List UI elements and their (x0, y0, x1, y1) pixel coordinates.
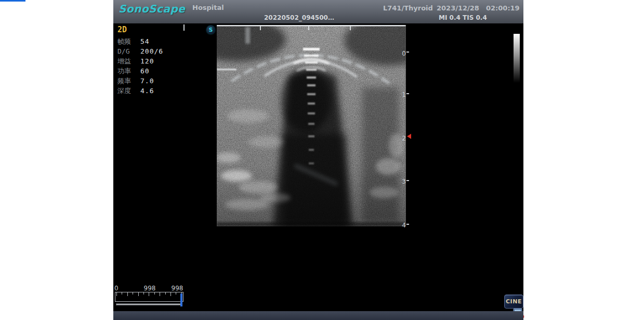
param-value: 60 (140, 67, 150, 75)
cine-ruler[interactable] (115, 292, 183, 302)
param-row-dg: D/G 200/6 (117, 46, 163, 56)
ruler-tick (143, 292, 144, 295)
focus-position-marker[interactable] (407, 134, 411, 139)
param-value: 7.0 (140, 77, 154, 85)
param-label: 帧频 (117, 37, 140, 46)
probe-orientation-marker (183, 24, 185, 31)
cine-start-frame: 0 (114, 285, 119, 292)
depth-label-4: 4 (399, 222, 406, 229)
param-row-framerate: 帧频 54 (117, 36, 163, 46)
cine-scrubber[interactable]: 0 998 998 (114, 285, 187, 309)
param-label: 功率 (117, 67, 140, 76)
param-label: 增益 (117, 57, 140, 66)
hospital-name: Hospital (192, 4, 224, 11)
depth-label-2: 2 (399, 135, 406, 142)
ruler-tick (170, 292, 171, 296)
param-label: 深度 (117, 86, 140, 96)
param-row-gain: 增益 120 (117, 56, 163, 66)
bottom-status-bar (113, 311, 523, 320)
param-value: 120 (140, 57, 154, 65)
cine-current-frame: 998 (140, 285, 159, 292)
param-label: D/G (117, 47, 140, 55)
cine-total-frames: 998 (168, 285, 187, 292)
param-row-depth: 深度 4.6 (117, 86, 163, 96)
ruler-tick (122, 292, 122, 295)
ruler-tick (160, 292, 160, 296)
system-date: 2023/12/28 (437, 4, 479, 12)
ruler-tick (133, 292, 133, 295)
param-value: 200/6 (140, 47, 163, 55)
cine-progress-bar (116, 303, 181, 305)
depth-tick (406, 224, 409, 225)
acquisition-parameters: 2D 帧频 54 D/G 200/6 增益 120 功率 60 频率 7.0 深… (117, 25, 163, 96)
param-row-power: 功率 60 (117, 66, 163, 76)
probe-preset: L741/Thyroid (383, 4, 433, 12)
depth-tick (406, 180, 409, 181)
ruler-tick (149, 292, 149, 296)
depth-scale: 0 1 2 3 4 (394, 25, 415, 212)
depth-label-1: 1 (399, 91, 406, 98)
browser-loading-strip (0, 0, 25, 2)
depth-tick (406, 93, 409, 94)
title-bar: SonoScape Hospital L741/Thyroid 2023/12/… (113, 0, 523, 23)
cine-position-marker[interactable] (180, 293, 182, 306)
depth-tick (406, 52, 409, 53)
cine-button[interactable]: CINE (504, 295, 523, 309)
ruler-tick (116, 292, 117, 296)
ruler-tick (176, 292, 176, 295)
sonoscape-logo: SonoScape (119, 3, 185, 15)
grayscale-map-bar (514, 34, 520, 84)
exam-id: 20220502_094500… (264, 14, 321, 21)
system-time: 02:00:19 (486, 4, 520, 12)
param-row-frequency: 频率 7.0 (117, 76, 163, 86)
ultrasound-image[interactable] (217, 25, 406, 226)
ruler-tick (154, 292, 155, 295)
ruler-tick (165, 292, 166, 295)
ruler-tick (138, 292, 139, 296)
s-logo-icon: S (206, 25, 215, 34)
mode-label: 2D (117, 25, 163, 34)
param-value: 54 (140, 37, 150, 45)
depth-label-3: 3 (399, 178, 406, 185)
mi-tis-indices: MI 0.4 TIS 0.4 (439, 14, 487, 21)
param-value: 4.6 (140, 87, 154, 95)
param-label: 频率 (117, 76, 140, 86)
depth-label-0: 0 (399, 50, 406, 57)
ultrasound-app-window: SonoScape Hospital L741/Thyroid 2023/12/… (113, 0, 523, 320)
ruler-tick (127, 292, 128, 296)
